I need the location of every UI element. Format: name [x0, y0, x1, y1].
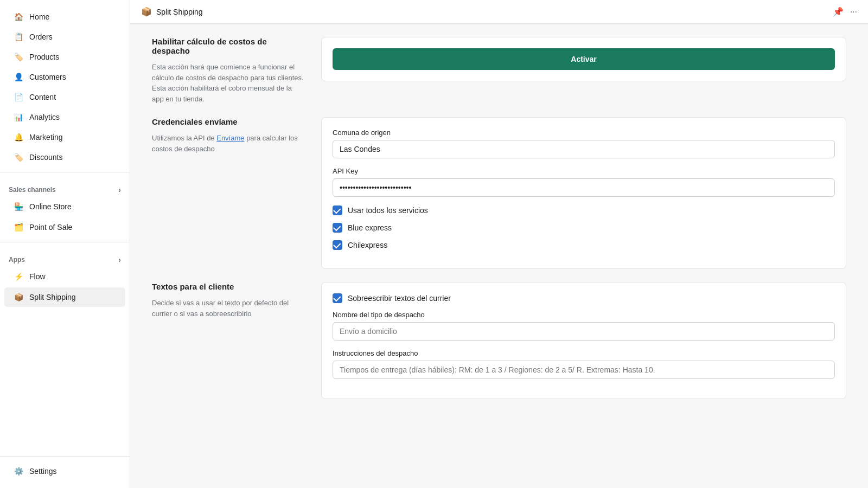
- checkbox-sobreescribir-label: Sobreescribir textos del currier: [348, 294, 451, 303]
- activate-button[interactable]: Activar: [333, 48, 835, 70]
- sidebar-item-label: Split Shipping: [29, 293, 76, 301]
- settings-icon: ⚙️: [13, 466, 24, 477]
- api-key-label: API Key: [333, 167, 835, 175]
- sidebar-item-discounts[interactable]: 🏷️ Discounts: [4, 147, 125, 167]
- sidebar-item-customers[interactable]: 👤 Customers: [4, 67, 125, 87]
- flow-icon: ⚡: [13, 271, 24, 282]
- marketing-icon: 🔔: [13, 132, 24, 143]
- section-right-activate: Activar: [321, 37, 846, 81]
- credentials-title: Credenciales envíame: [152, 117, 304, 126]
- comuna-label: Comuna de origen: [333, 129, 835, 137]
- sales-channels-section: Sales channels ›: [0, 177, 130, 196]
- instrucciones-group: Instrucciones del despacho: [333, 349, 835, 379]
- sidebar-item-home[interactable]: 🏠 Home: [4, 7, 125, 27]
- orders-icon: 📋: [13, 31, 24, 42]
- activate-card: Activar: [321, 37, 846, 81]
- checkbox-sobreescribir: Sobreescribir textos del currier: [333, 293, 835, 303]
- checkbox-chilexpress-label: Chilexpress: [348, 241, 387, 249]
- split-shipping-icon: 📦: [13, 292, 24, 303]
- sidebar-item-marketing[interactable]: 🔔 Marketing: [4, 127, 125, 147]
- topbar: 📦 Split Shipping 📌 ···: [130, 0, 868, 24]
- sidebar-item-label: Online Store: [29, 202, 72, 211]
- enviame-link[interactable]: Envíame: [216, 134, 244, 142]
- nombre-label: Nombre del tipo de despacho: [333, 311, 835, 319]
- checkbox-blue-express-input[interactable]: [333, 223, 342, 233]
- sidebar-item-label: Content: [29, 93, 56, 101]
- home-icon: 🏠: [13, 11, 24, 22]
- checkbox-blue-express-label: Blue express: [348, 223, 392, 232]
- sidebar-item-label: Marketing: [29, 133, 62, 142]
- credentials-desc: Utilizamos la API de Envíame para calcul…: [152, 133, 304, 154]
- sidebar-item-analytics[interactable]: 📊 Analytics: [4, 107, 125, 127]
- more-icon[interactable]: ···: [850, 7, 857, 17]
- sidebar-item-label: Orders: [29, 33, 53, 41]
- section-right-textos: Sobreescribir textos del currier Nombre …: [321, 282, 846, 399]
- credentials-card: Comuna de origen API Key Usar todos los …: [321, 117, 846, 269]
- sidebar-item-label: Analytics: [29, 113, 60, 121]
- chevron-icon: ›: [118, 185, 121, 194]
- section-left-credentials: Credenciales envíame Utilizamos la API d…: [152, 117, 304, 154]
- sidebar-item-flow[interactable]: ⚡ Flow: [4, 267, 125, 286]
- sidebar-item-label: Discounts: [29, 153, 62, 162]
- sidebar-item-point-of-sale[interactable]: 🗂️ Point of Sale: [4, 217, 125, 237]
- activate-title: Habilitar cálculo de costos de despacho: [152, 37, 304, 55]
- divider-2: [0, 242, 130, 242]
- chevron-icon: ›: [118, 255, 121, 264]
- analytics-icon: 📊: [13, 112, 24, 123]
- section-left-textos: Textos para el cliente Decide si vas a u…: [152, 282, 304, 319]
- sidebar-item-products[interactable]: 🏷️ Products: [4, 47, 125, 67]
- sidebar-item-orders[interactable]: 📋 Orders: [4, 27, 125, 47]
- nombre-group: Nombre del tipo de despacho: [333, 311, 835, 341]
- apps-label: Apps: [9, 256, 25, 264]
- sidebar: 🏠 Home 📋 Orders 🏷️ Products 👤 Customers …: [0, 0, 130, 488]
- apps-section: Apps ›: [0, 247, 130, 266]
- instrucciones-input[interactable]: [333, 361, 835, 379]
- checkbox-all-services: Usar todos los servicios: [333, 206, 835, 215]
- sidebar-item-label: Products: [29, 53, 59, 61]
- topbar-left: 📦 Split Shipping: [141, 7, 203, 17]
- sidebar-item-label: Settings: [29, 467, 57, 476]
- content-area: Habilitar cálculo de costos de despacho …: [130, 24, 868, 488]
- section-textos: Textos para el cliente Decide si vas a u…: [152, 282, 846, 399]
- sidebar-item-label: Home: [29, 12, 49, 21]
- sidebar-item-label: Flow: [29, 272, 46, 281]
- content-icon: 📄: [13, 92, 24, 102]
- sidebar-item-online-store[interactable]: 🏪 Online Store: [4, 197, 125, 216]
- page-title: Split Shipping: [156, 8, 203, 16]
- customers-icon: 👤: [13, 72, 24, 82]
- products-icon: 🏷️: [13, 52, 24, 62]
- main-content: 📦 Split Shipping 📌 ··· Habilitar cálculo…: [130, 0, 868, 488]
- section-left-activate: Habilitar cálculo de costos de despacho …: [152, 37, 304, 104]
- checkbox-chilexpress: Chilexpress: [333, 240, 835, 250]
- sidebar-item-split-shipping[interactable]: 📦 Split Shipping: [4, 287, 125, 307]
- checkbox-sobreescribir-input[interactable]: [333, 293, 342, 303]
- section-right-credentials: Comuna de origen API Key Usar todos los …: [321, 117, 846, 269]
- textos-title: Textos para el cliente: [152, 282, 304, 291]
- point-of-sale-icon: 🗂️: [13, 222, 24, 233]
- sidebar-item-label: Customers: [29, 73, 66, 81]
- checkbox-chilexpress-input[interactable]: [333, 240, 342, 250]
- activate-desc: Esta acción hará que comience a funciona…: [152, 62, 304, 104]
- discounts-icon: 🏷️: [13, 152, 24, 163]
- nombre-input[interactable]: [333, 322, 835, 341]
- pin-icon[interactable]: 📌: [833, 7, 844, 17]
- credentials-desc-prefix: Utilizamos la API de: [152, 134, 216, 142]
- section-activate: Habilitar cálculo de costos de despacho …: [152, 37, 846, 104]
- api-key-input[interactable]: [333, 178, 835, 197]
- sidebar-nav-main: 🏠 Home 📋 Orders 🏷️ Products 👤 Customers …: [0, 7, 130, 168]
- online-store-icon: 🏪: [13, 201, 24, 212]
- divider-1: [0, 172, 130, 172]
- textos-card: Sobreescribir textos del currier Nombre …: [321, 282, 846, 399]
- sidebar-item-content[interactable]: 📄 Content: [4, 87, 125, 107]
- comuna-input[interactable]: [333, 140, 835, 158]
- sales-channels-label: Sales channels: [9, 186, 56, 194]
- instrucciones-label: Instrucciones del despacho: [333, 349, 835, 357]
- checkbox-all-services-label: Usar todos los servicios: [348, 206, 428, 215]
- sidebar-item-settings[interactable]: ⚙️ Settings: [4, 461, 125, 481]
- checkbox-all-services-input[interactable]: [333, 206, 342, 215]
- topbar-actions: 📌 ···: [833, 7, 857, 17]
- checkbox-blue-express: Blue express: [333, 223, 835, 233]
- sidebar-bottom: ⚙️ Settings: [0, 456, 130, 481]
- section-credentials: Credenciales envíame Utilizamos la API d…: [152, 117, 846, 269]
- api-key-group: API Key: [333, 167, 835, 197]
